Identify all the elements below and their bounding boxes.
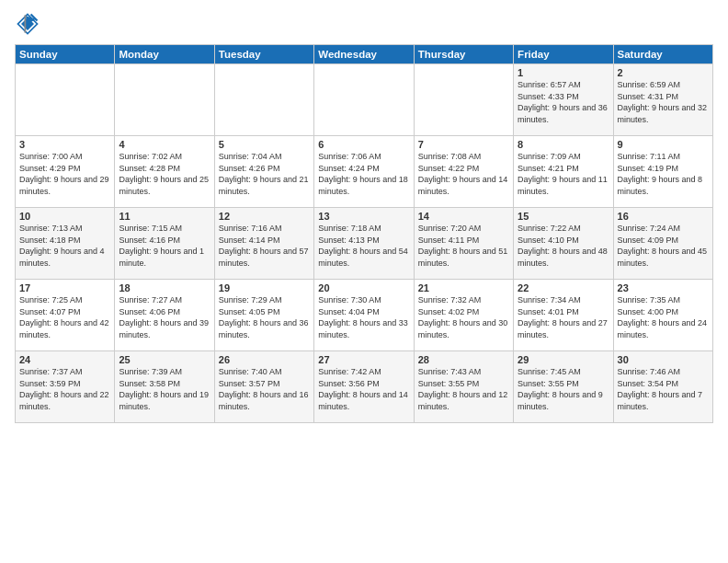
- day-number: 17: [19, 282, 110, 293]
- day-info: Sunrise: 7:11 AM Sunset: 4:19 PM Dayligh…: [618, 151, 709, 197]
- day-cell: 23Sunrise: 7:35 AM Sunset: 4:00 PM Dayli…: [613, 280, 712, 351]
- logo-icon: [15, 11, 40, 37]
- day-number: 25: [119, 354, 210, 365]
- day-info: Sunrise: 7:04 AM Sunset: 4:26 PM Dayligh…: [219, 151, 310, 197]
- day-number: 30: [618, 354, 709, 365]
- day-cell: 4Sunrise: 7:02 AM Sunset: 4:28 PM Daylig…: [115, 136, 214, 208]
- day-info: Sunrise: 7:37 AM Sunset: 3:59 PM Dayligh…: [19, 366, 110, 412]
- week-row-2: 3Sunrise: 7:00 AM Sunset: 4:29 PM Daylig…: [16, 136, 713, 208]
- day-cell: 24Sunrise: 7:37 AM Sunset: 3:59 PM Dayli…: [16, 351, 115, 423]
- day-info: Sunrise: 7:29 AM Sunset: 4:05 PM Dayligh…: [219, 294, 310, 340]
- day-cell: 12Sunrise: 7:16 AM Sunset: 4:14 PM Dayli…: [214, 208, 313, 280]
- col-header-monday: Monday: [115, 45, 214, 64]
- col-header-wednesday: Wednesday: [314, 45, 414, 64]
- day-info: Sunrise: 7:22 AM Sunset: 4:10 PM Dayligh…: [518, 223, 609, 269]
- day-info: Sunrise: 6:57 AM Sunset: 4:33 PM Dayligh…: [518, 79, 609, 125]
- day-number: 14: [418, 211, 509, 222]
- day-info: Sunrise: 7:35 AM Sunset: 4:00 PM Dayligh…: [618, 294, 709, 340]
- day-number: 22: [518, 282, 609, 293]
- day-info: Sunrise: 7:46 AM Sunset: 3:54 PM Dayligh…: [618, 366, 709, 412]
- svg-rect-3: [25, 15, 27, 32]
- day-cell: 29Sunrise: 7:45 AM Sunset: 3:55 PM Dayli…: [514, 351, 613, 423]
- col-header-saturday: Saturday: [613, 45, 712, 64]
- day-cell: 14Sunrise: 7:20 AM Sunset: 4:11 PM Dayli…: [414, 208, 513, 280]
- calendar: SundayMondayTuesdayWednesdayThursdayFrid…: [15, 44, 713, 423]
- day-cell: [16, 64, 115, 136]
- day-number: 3: [19, 139, 110, 150]
- day-number: 18: [119, 282, 210, 293]
- day-number: 4: [119, 139, 210, 150]
- day-cell: 25Sunrise: 7:39 AM Sunset: 3:58 PM Dayli…: [115, 351, 214, 423]
- day-number: 12: [219, 211, 310, 222]
- day-number: 27: [318, 354, 409, 365]
- day-number: 20: [318, 282, 409, 293]
- day-info: Sunrise: 7:34 AM Sunset: 4:01 PM Dayligh…: [518, 294, 609, 340]
- col-header-thursday: Thursday: [414, 45, 513, 64]
- day-number: 19: [219, 282, 310, 293]
- day-info: Sunrise: 7:30 AM Sunset: 4:04 PM Dayligh…: [318, 294, 409, 340]
- day-cell: 19Sunrise: 7:29 AM Sunset: 4:05 PM Dayli…: [214, 280, 313, 351]
- day-cell: 17Sunrise: 7:25 AM Sunset: 4:07 PM Dayli…: [16, 280, 115, 351]
- day-number: 1: [518, 67, 609, 78]
- week-row-3: 10Sunrise: 7:13 AM Sunset: 4:18 PM Dayli…: [16, 208, 713, 280]
- day-number: 10: [19, 211, 110, 222]
- day-cell: [115, 64, 214, 136]
- day-info: Sunrise: 7:32 AM Sunset: 4:02 PM Dayligh…: [418, 294, 509, 340]
- day-info: Sunrise: 7:02 AM Sunset: 4:28 PM Dayligh…: [119, 151, 210, 197]
- day-cell: 27Sunrise: 7:42 AM Sunset: 3:56 PM Dayli…: [314, 351, 414, 423]
- day-cell: 5Sunrise: 7:04 AM Sunset: 4:26 PM Daylig…: [214, 136, 313, 208]
- day-cell: 20Sunrise: 7:30 AM Sunset: 4:04 PM Dayli…: [314, 280, 414, 351]
- week-row-1: 1Sunrise: 6:57 AM Sunset: 4:33 PM Daylig…: [16, 64, 713, 136]
- page: SundayMondayTuesdayWednesdayThursdayFrid…: [0, 0, 728, 563]
- day-number: 11: [119, 211, 210, 222]
- day-number: 5: [219, 139, 310, 150]
- day-cell: 13Sunrise: 7:18 AM Sunset: 4:13 PM Dayli…: [314, 208, 414, 280]
- header: [15, 11, 713, 37]
- logo: [15, 11, 44, 37]
- day-cell: [414, 64, 513, 136]
- day-cell: 3Sunrise: 7:00 AM Sunset: 4:29 PM Daylig…: [16, 136, 115, 208]
- day-cell: [214, 64, 313, 136]
- day-number: 9: [618, 139, 709, 150]
- day-info: Sunrise: 7:25 AM Sunset: 4:07 PM Dayligh…: [19, 294, 110, 340]
- day-cell: 18Sunrise: 7:27 AM Sunset: 4:06 PM Dayli…: [115, 280, 214, 351]
- day-info: Sunrise: 7:24 AM Sunset: 4:09 PM Dayligh…: [618, 223, 709, 269]
- day-number: 16: [618, 211, 709, 222]
- day-cell: 8Sunrise: 7:09 AM Sunset: 4:21 PM Daylig…: [514, 136, 613, 208]
- day-cell: [314, 64, 414, 136]
- day-info: Sunrise: 7:40 AM Sunset: 3:57 PM Dayligh…: [219, 366, 310, 412]
- day-info: Sunrise: 7:42 AM Sunset: 3:56 PM Dayligh…: [318, 366, 409, 412]
- day-info: Sunrise: 7:08 AM Sunset: 4:22 PM Dayligh…: [418, 151, 509, 197]
- day-info: Sunrise: 7:20 AM Sunset: 4:11 PM Dayligh…: [418, 223, 509, 269]
- day-number: 29: [518, 354, 609, 365]
- day-cell: 15Sunrise: 7:22 AM Sunset: 4:10 PM Dayli…: [514, 208, 613, 280]
- day-info: Sunrise: 7:15 AM Sunset: 4:16 PM Dayligh…: [119, 223, 210, 269]
- day-cell: 26Sunrise: 7:40 AM Sunset: 3:57 PM Dayli…: [214, 351, 313, 423]
- day-cell: 9Sunrise: 7:11 AM Sunset: 4:19 PM Daylig…: [613, 136, 712, 208]
- day-number: 28: [418, 354, 509, 365]
- day-info: Sunrise: 7:39 AM Sunset: 3:58 PM Dayligh…: [119, 366, 210, 412]
- day-number: 26: [219, 354, 310, 365]
- day-info: Sunrise: 7:18 AM Sunset: 4:13 PM Dayligh…: [318, 223, 409, 269]
- day-info: Sunrise: 7:09 AM Sunset: 4:21 PM Dayligh…: [518, 151, 609, 197]
- day-info: Sunrise: 7:27 AM Sunset: 4:06 PM Dayligh…: [119, 294, 210, 340]
- day-cell: 7Sunrise: 7:08 AM Sunset: 4:22 PM Daylig…: [414, 136, 513, 208]
- day-number: 23: [618, 282, 709, 293]
- day-number: 13: [318, 211, 409, 222]
- day-cell: 11Sunrise: 7:15 AM Sunset: 4:16 PM Dayli…: [115, 208, 214, 280]
- day-info: Sunrise: 7:06 AM Sunset: 4:24 PM Dayligh…: [318, 151, 409, 197]
- col-header-sunday: Sunday: [16, 45, 115, 64]
- day-cell: 2Sunrise: 6:59 AM Sunset: 4:31 PM Daylig…: [613, 64, 712, 136]
- day-cell: 30Sunrise: 7:46 AM Sunset: 3:54 PM Dayli…: [613, 351, 712, 423]
- day-cell: 28Sunrise: 7:43 AM Sunset: 3:55 PM Dayli…: [414, 351, 513, 423]
- day-info: Sunrise: 7:45 AM Sunset: 3:55 PM Dayligh…: [518, 366, 609, 412]
- day-info: Sunrise: 7:16 AM Sunset: 4:14 PM Dayligh…: [219, 223, 310, 269]
- col-header-tuesday: Tuesday: [214, 45, 313, 64]
- col-header-friday: Friday: [514, 45, 613, 64]
- day-info: Sunrise: 6:59 AM Sunset: 4:31 PM Dayligh…: [618, 79, 709, 125]
- week-row-4: 17Sunrise: 7:25 AM Sunset: 4:07 PM Dayli…: [16, 280, 713, 351]
- day-cell: 10Sunrise: 7:13 AM Sunset: 4:18 PM Dayli…: [16, 208, 115, 280]
- day-number: 24: [19, 354, 110, 365]
- day-number: 2: [618, 67, 709, 78]
- day-number: 15: [518, 211, 609, 222]
